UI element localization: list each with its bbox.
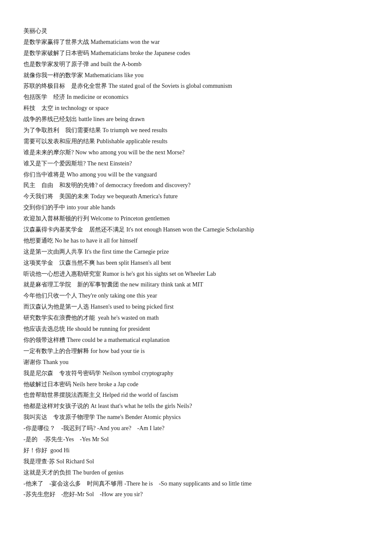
subtitle-line: 这是第一次由两人共享 It's the first time the Carne… <box>23 246 369 257</box>
subtitle-line: 是数学家赢得了世界大战 Mathematicians won the war <box>23 37 369 48</box>
subtitle-line: 谢谢你 Thank you <box>23 357 369 368</box>
subtitle-line: 就是麻省理工学院 新的军事智囊团 the new military think … <box>23 279 369 290</box>
subtitle-line: 也曾帮助世界摆脱法西斯主义 Helped rid the world of fa… <box>23 390 369 401</box>
subtitle-line: 包括医学 经济 In medicine or economics <box>23 92 369 103</box>
subtitle-line: 苏联的终极目标 是赤化全世界 The stated goal of the So… <box>23 81 369 92</box>
subtitle-container: 美丽心灵是数学家赢得了世界大战 Mathematicians won the w… <box>23 26 369 500</box>
subtitle-line: 需要可以发表和应用的结果 Publishable applicable resu… <box>23 136 369 147</box>
subtitle-line: -你是哪位？ -我迟到了吗? -And you are? -Am I late? <box>23 423 369 434</box>
subtitle-line: 好！你好 good Hi <box>23 445 369 456</box>
subtitle-line: 是数学家破解了日本密码 Mathematicians broke the Jap… <box>23 48 369 59</box>
subtitle-line: 他都是这样对女孩子说的 At least that's what he tell… <box>23 401 369 412</box>
subtitle-line: 他应该去选总统 He should be running for preside… <box>23 324 369 335</box>
subtitle-line: 而汉森认为他是第一人选 Hansen's used to being picke… <box>23 301 369 312</box>
subtitle-line: 今天我们将 美国的未来 Today we bequeath America's … <box>23 191 369 202</box>
subtitle-line: 我叫宾达 专攻原子物理学 The name's Bender Atomic ph… <box>23 412 369 423</box>
subtitle-line: 我是理查·苏 Sol Richard Sol <box>23 456 369 467</box>
subtitle-line: 欢迎加入普林斯顿的行列 Welcome to Princeton gentlem… <box>23 213 369 224</box>
subtitle-line: 你们当中谁将是 Who among you will be the vangua… <box>23 169 369 180</box>
subtitle-line: 美丽心灵 <box>23 26 369 37</box>
subtitle-line: -是的 -苏先生-Yes -Yes Mr Sol <box>23 434 369 445</box>
subtitle-line: 科技 太空 in technology or space <box>23 103 369 114</box>
subtitle-line: 他破解过日本密码 Neils here broke a Jap code <box>23 379 369 390</box>
subtitle-line: 这就是天才的负担 The burden of genius <box>23 467 369 478</box>
subtitle-line: 研究数学实在浪费他的才能 yeah he's wasted on math <box>23 312 369 324</box>
subtitle-line: 他想要通吃 No he has to have it all for himse… <box>23 235 369 246</box>
subtitle-line: 今年他们只收一个人 They're only taking one this y… <box>23 290 369 301</box>
subtitle-line: 听说他一心想进入惠勒研究室 Rumor is he's got his sigh… <box>23 269 369 280</box>
subtitle-line: 谁又是下一个爱因斯坦? The next Einstein? <box>23 158 369 169</box>
subtitle-line: 为了争取胜利 我们需要结果 To triumph we need results <box>23 125 369 136</box>
subtitle-line: 汉森赢得卡内基奖学金 居然还不满足 It's not enough Hansen… <box>23 224 369 235</box>
subtitle-line: 你的领带这样糟 There could be a mathematical ex… <box>23 335 369 346</box>
subtitle-line: 就像你我一样的数学家 Mathematicians like you <box>23 70 369 81</box>
subtitle-line: 这项奖学金 汉森当然不爽 has been split Hansen's all… <box>23 257 369 269</box>
subtitle-line: 我是尼尔森 专攻符号密码学 Neilson symbol cryptograph… <box>23 368 369 379</box>
subtitle-line: 也是数学家发明了原子弹 and built the A-bomb <box>23 59 369 70</box>
subtitle-line: 战争的界线已经划出 battle lines are being drawn <box>23 114 369 125</box>
subtitle-line: 民主 自由 和发明的先锋? of democracy freedom and d… <box>23 180 369 191</box>
subtitle-line: -他来了 -宴会这么多 时间真不够用 -There he is -So many… <box>23 478 369 489</box>
subtitle-line: -苏先生您好 -您好-Mr Sol -How are you sir? <box>23 489 369 500</box>
subtitle-line: 一定有数学上的合理解释 for how bad your tie is <box>23 346 369 357</box>
subtitle-line: 谁是未来的摩尔斯? Now who among you will be the … <box>23 147 369 158</box>
subtitle-line: 交到你们的手中 into your able hands <box>23 202 369 213</box>
